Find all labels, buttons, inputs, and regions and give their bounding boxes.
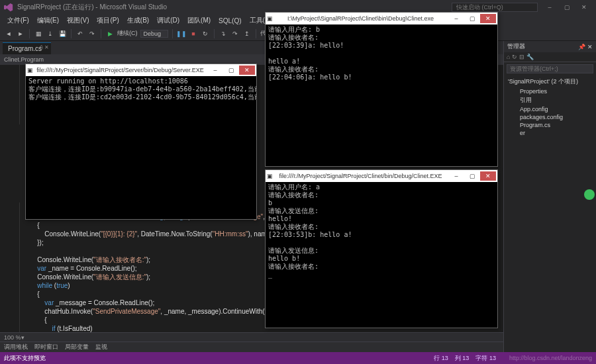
tree-item[interactable]: Properties	[513, 87, 593, 95]
console-title: file:///I:/MyProject/SignalRProject/Clin…	[273, 173, 448, 179]
tab-program-cs[interactable]: Program.cs ⎙ ✕	[3, 42, 51, 54]
maximize-button[interactable]: ▢	[559, 3, 575, 12]
console-close-button[interactable]: ✕	[480, 14, 496, 23]
properties-icon[interactable]: 🔧	[526, 54, 534, 60]
panel-pin-icon[interactable]: 📌 ✕	[578, 44, 593, 50]
console-title: file:///I:/MyProject/SignalRProject/Serv…	[33, 67, 207, 73]
console-min-button[interactable]: –	[448, 171, 464, 181]
restart-icon[interactable]: ↻	[201, 29, 210, 38]
client-b-console-window[interactable]: ▣ I:\MyProject\SignalRProject\Clinet\bin…	[265, 12, 498, 167]
vs-logo-icon	[4, 3, 13, 12]
solution-search-input[interactable]	[507, 64, 593, 73]
config-dropdown[interactable]: Debug	[140, 30, 169, 38]
console-close-button[interactable]: ✕	[480, 171, 496, 181]
stop-icon[interactable]: ■	[189, 29, 198, 38]
status-message: 此项不支持预览	[4, 354, 46, 363]
tree-item[interactable]: Program.cs	[513, 121, 593, 129]
tree-item[interactable]: packages.config	[513, 113, 593, 121]
console-output: 请输入用户名: a 请输入接收者名: b 请输入发送信息: hello! 请输入…	[266, 182, 497, 328]
undo-icon[interactable]: ↶	[75, 29, 85, 38]
panel-toolbar: ⌂ ↻ ⊟ 🔧	[504, 52, 596, 62]
tab-close-icon[interactable]: ⎙ ✕	[40, 44, 49, 50]
step-out-icon[interactable]: ↥	[242, 29, 252, 38]
minimize-button[interactable]: –	[542, 3, 558, 12]
bottom-tool-tabs: 调用堆栈即时窗口局部变量监视	[0, 341, 503, 352]
open-icon[interactable]: ⤓	[46, 29, 55, 38]
solution-node[interactable]: 'SignalRProject' (2 个项目)	[507, 77, 593, 87]
menu-item[interactable]: 生成(B)	[124, 15, 152, 26]
menu-item[interactable]: 团队(M)	[184, 15, 214, 26]
home-icon[interactable]: ⌂	[507, 54, 510, 60]
refresh-icon[interactable]: ↻	[512, 54, 517, 60]
menu-item[interactable]: 调试(D)	[154, 15, 183, 26]
console-icon: ▣	[267, 15, 273, 22]
console-max-button[interactable]: ▢	[223, 66, 239, 75]
nav-back-icon[interactable]: ◄	[4, 29, 13, 38]
console-title: I:\MyProject\SignalRProject\Clinet\bin\D…	[273, 15, 448, 22]
console-icon: ▣	[27, 67, 33, 73]
console-output: Server running on http://localhost:10086…	[26, 76, 256, 219]
bottom-tab[interactable]: 即时窗口	[34, 343, 58, 351]
console-min-button[interactable]: –	[448, 14, 464, 23]
status-bar: 此项不支持预览 行 13 列 13 字符 13 http://blog.csdn…	[0, 352, 596, 364]
menu-item[interactable]: 编辑(E)	[34, 15, 62, 26]
quick-launch-input[interactable]	[452, 3, 538, 12]
tab-label: Program.cs	[8, 45, 42, 52]
status-ln: 行 13	[434, 354, 448, 363]
console-min-button[interactable]: –	[207, 66, 223, 75]
redo-icon[interactable]: ↷	[87, 29, 97, 38]
bottom-tab[interactable]: 局部变量	[65, 343, 89, 351]
console-output: 请输入用户名: b 请输入接收者名: [22:03:39]a: hello! h…	[266, 24, 497, 166]
tree-item[interactable]: er	[513, 129, 593, 137]
tree-item[interactable]: 引用	[513, 95, 593, 105]
bottom-tab[interactable]: 监视	[95, 343, 107, 351]
menu-item[interactable]: 视图(V)	[64, 15, 92, 26]
continue-icon[interactable]: ▶	[105, 29, 115, 38]
panel-header: 管理器 📌 ✕	[504, 41, 596, 52]
save-all-icon[interactable]: 💾	[58, 29, 67, 38]
menu-item[interactable]: 项目(P)	[93, 15, 122, 26]
menu-item[interactable]: 文件(F)	[4, 15, 32, 26]
solution-tree[interactable]: 'SignalRProject' (2 个项目) Properties引用App…	[504, 75, 596, 139]
close-button[interactable]: ✕	[576, 3, 592, 12]
collapse-icon[interactable]: ⊟	[519, 54, 524, 60]
window-title: SignalRProject (正在运行) - Microsoft Visual…	[17, 3, 167, 12]
watermark: http://blog.csdn.net/landonzeng	[509, 355, 592, 361]
feedback-icon[interactable]	[584, 189, 595, 200]
bottom-tab[interactable]: 调用堆栈	[4, 343, 28, 351]
menu-item[interactable]: SQL(Q)	[215, 17, 244, 25]
step-over-icon[interactable]: ↷	[230, 29, 240, 38]
server-console-window[interactable]: ▣ file:///I:/MyProject/SignalRProject/Se…	[25, 64, 257, 220]
console-icon: ▣	[267, 173, 273, 179]
status-col: 列 13	[455, 354, 470, 363]
solution-explorer: 管理器 📌 ✕ ⌂ ↻ ⊟ 🔧 'SignalRProject' (2 个项目)…	[503, 41, 596, 352]
step-into-icon[interactable]: ↴	[219, 29, 228, 38]
new-icon[interactable]: ▦	[34, 29, 43, 38]
console-max-button[interactable]: ▢	[464, 171, 480, 181]
console-max-button[interactable]: ▢	[464, 14, 480, 23]
nav-fwd-icon[interactable]: ►	[16, 29, 25, 38]
zoom-indicator[interactable]: 100 % ▾	[0, 332, 503, 341]
client-a-console-window[interactable]: ▣ file:///I:/MyProject/SignalRProject/Cl…	[265, 169, 498, 328]
pause-icon[interactable]: ❚❚	[177, 29, 186, 38]
status-ch: 字符 13	[475, 354, 496, 363]
tree-item[interactable]: App.config	[513, 105, 593, 113]
console-close-button[interactable]: ✕	[239, 66, 255, 75]
